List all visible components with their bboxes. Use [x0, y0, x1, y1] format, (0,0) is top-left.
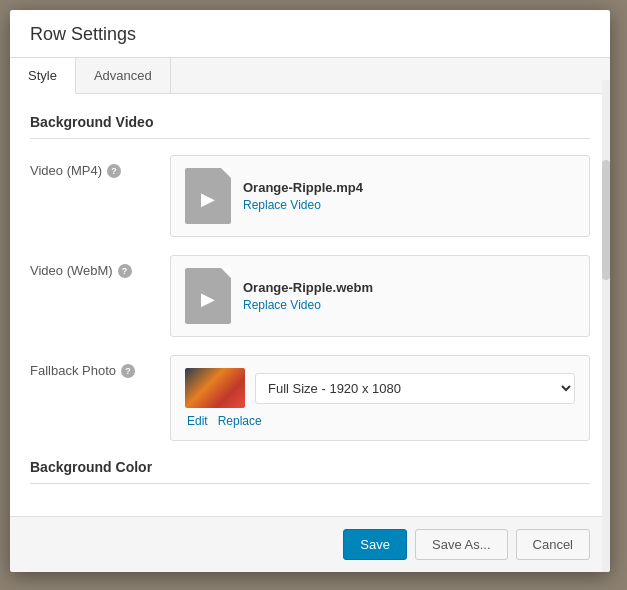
video-mp4-label: Video (MP4) ? [30, 155, 170, 178]
video-webm-filename: Orange-Ripple.webm [243, 280, 373, 295]
fallback-photo-edit-link[interactable]: Edit [187, 414, 208, 428]
fallback-photo-row: Fallback Photo ? Full Size - 1920 x 1080… [30, 355, 590, 441]
background-color-heading: Background Color [30, 459, 590, 484]
fallback-photo-size-select[interactable]: Full Size - 1920 x 1080 Large - 1024 x 5… [255, 373, 575, 404]
video-webm-help-icon[interactable]: ? [118, 264, 132, 278]
video-mp4-file-icon: ▶ [185, 168, 231, 224]
video-mp4-info: Orange-Ripple.mp4 Replace Video [243, 180, 363, 212]
video-webm-replace-link[interactable]: Replace Video [243, 298, 373, 312]
save-button[interactable]: Save [343, 529, 407, 560]
cancel-button[interactable]: Cancel [516, 529, 590, 560]
fallback-photo-help-icon[interactable]: ? [121, 364, 135, 378]
modal-title: Row Settings [30, 24, 590, 45]
video-webm-row: Video (WebM) ? ▶ Orange-Ripple.webm Repl… [30, 255, 590, 337]
fallback-photo-box: Full Size - 1920 x 1080 Large - 1024 x 5… [170, 355, 590, 441]
fallback-photo-actions: Edit Replace [185, 414, 575, 428]
video-mp4-replace-link[interactable]: Replace Video [243, 198, 363, 212]
tab-style[interactable]: Style [10, 58, 76, 94]
background-color-section: Background Color [30, 459, 590, 484]
background-video-heading: Background Video [30, 114, 590, 139]
video-mp4-filename: Orange-Ripple.mp4 [243, 180, 363, 195]
fallback-photo-row-inner: Full Size - 1920 x 1080 Large - 1024 x 5… [185, 368, 575, 408]
video-webm-file-box: ▶ Orange-Ripple.webm Replace Video [170, 255, 590, 337]
fallback-photo-size-select-wrap: Full Size - 1920 x 1080 Large - 1024 x 5… [255, 373, 575, 404]
tab-advanced[interactable]: Advanced [76, 58, 171, 93]
save-as-button[interactable]: Save As... [415, 529, 508, 560]
video-mp4-row: Video (MP4) ? ▶ Orange-Ripple.mp4 Replac… [30, 155, 590, 237]
video-webm-play-icon: ▶ [201, 288, 215, 310]
fallback-photo-thumbnail [185, 368, 245, 408]
modal-scrollbar-thumb [602, 160, 610, 280]
tabs-container: Style Advanced [10, 58, 610, 94]
modal-header: Row Settings [10, 10, 610, 58]
video-webm-control: ▶ Orange-Ripple.webm Replace Video [170, 255, 590, 337]
row-settings-modal: Row Settings Style Advanced Background V… [10, 10, 610, 572]
modal-body: Background Video Video (MP4) ? ▶ Orange-… [10, 94, 610, 516]
video-mp4-help-icon[interactable]: ? [107, 164, 121, 178]
video-file-icon: ▶ [201, 188, 215, 210]
video-webm-info: Orange-Ripple.webm Replace Video [243, 280, 373, 312]
fallback-photo-label: Fallback Photo ? [30, 355, 170, 378]
video-webm-file-icon: ▶ [185, 268, 231, 324]
modal-footer: Save Save As... Cancel [10, 516, 610, 572]
video-mp4-file-box: ▶ Orange-Ripple.mp4 Replace Video [170, 155, 590, 237]
fallback-photo-replace-link[interactable]: Replace [218, 414, 262, 428]
video-mp4-control: ▶ Orange-Ripple.mp4 Replace Video [170, 155, 590, 237]
fallback-photo-control: Full Size - 1920 x 1080 Large - 1024 x 5… [170, 355, 590, 441]
video-webm-label: Video (WebM) ? [30, 255, 170, 278]
modal-scrollbar[interactable] [602, 80, 610, 572]
